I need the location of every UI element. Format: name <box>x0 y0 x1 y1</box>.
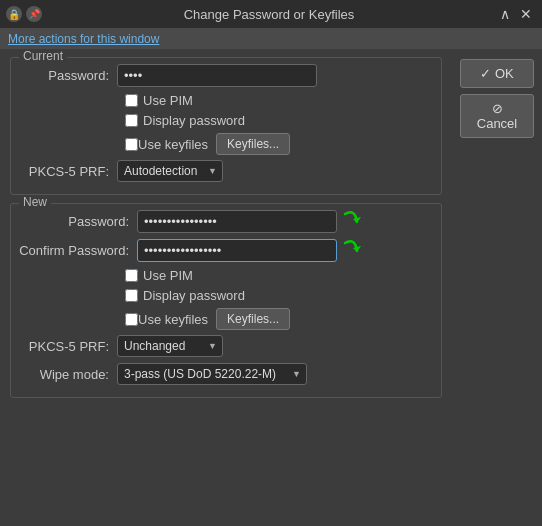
new-use-keyfiles-label: Use keyfiles <box>138 312 208 327</box>
current-password-label: Password: <box>17 68 117 83</box>
new-prf-row: PKCS-5 PRF: Unchanged Autodetection SHA-… <box>17 335 435 357</box>
new-password-input-wrapper <box>137 210 337 233</box>
confirm-password-row: Confirm Password: <box>17 239 435 262</box>
app-icon: 🔒 <box>6 6 22 22</box>
more-actions-bar: More actions for this window <box>0 28 542 49</box>
current-use-pim-row: Use PIM <box>125 93 435 108</box>
more-actions-link[interactable]: More actions for this window <box>8 32 159 46</box>
confirm-password-checkmark <box>341 235 369 263</box>
current-password-row: Password: <box>17 64 435 87</box>
new-password-checkmark <box>341 206 369 234</box>
current-use-keyfiles-label: Use keyfiles <box>138 137 208 152</box>
titlebar: 🔒 📌 Change Password or Keyfiles ∧ ✕ <box>0 0 542 28</box>
dialog-title: Change Password or Keyfiles <box>48 7 490 22</box>
current-section-legend: Current <box>19 49 67 63</box>
new-prf-label: PKCS-5 PRF: <box>17 339 117 354</box>
wipe-mode-select-wrapper: None 1-pass 3-pass (US DoD 5220.22-M) 7-… <box>117 363 307 385</box>
current-section-content: Password: Use PIM Display password Use k… <box>17 60 435 182</box>
new-keyfiles-button[interactable]: Keyfiles... <box>216 308 290 330</box>
new-password-label: Password: <box>17 214 137 229</box>
current-use-pim-checkbox[interactable] <box>125 94 138 107</box>
current-keyfiles-button[interactable]: Keyfiles... <box>216 133 290 155</box>
new-password-input[interactable] <box>137 210 337 233</box>
new-use-pim-row: Use PIM <box>125 268 435 283</box>
new-display-password-row: Display password <box>125 288 435 303</box>
current-use-keyfiles-checkbox[interactable] <box>125 138 138 151</box>
buttons-panel: ✓ OK ⊘ Cancel <box>452 49 542 526</box>
confirm-password-label: Confirm Password: <box>17 243 137 258</box>
wipe-mode-row: Wipe mode: None 1-pass 3-pass (US DoD 52… <box>17 363 435 385</box>
new-use-keyfiles-checkbox[interactable] <box>125 313 138 326</box>
current-password-input[interactable] <box>117 64 317 87</box>
current-prf-label: PKCS-5 PRF: <box>17 164 117 179</box>
current-display-password-checkbox[interactable] <box>125 114 138 127</box>
new-password-row: Password: <box>17 210 435 233</box>
new-section-content: Password: Confirm Password: <box>17 206 435 385</box>
svg-marker-1 <box>353 246 361 252</box>
window-controls[interactable]: ∧ ✕ <box>496 6 536 22</box>
svg-marker-0 <box>353 217 361 223</box>
new-use-pim-label: Use PIM <box>143 268 193 283</box>
current-section: Current Password: Use PIM Display passwo… <box>10 57 442 195</box>
confirm-password-input[interactable] <box>137 239 337 262</box>
confirm-password-input-wrapper <box>137 239 337 262</box>
new-prf-select[interactable]: Unchanged Autodetection SHA-512 <box>117 335 223 357</box>
new-section: New Password: Confirm Password: <box>10 203 442 398</box>
current-display-password-row: Display password <box>125 113 435 128</box>
current-keyfiles-row: Use keyfiles Keyfiles... <box>125 133 435 155</box>
titlebar-app-icons: 🔒 📌 <box>6 6 42 22</box>
wipe-mode-label: Wipe mode: <box>17 367 117 382</box>
close-button[interactable]: ✕ <box>516 6 536 22</box>
current-prf-select-wrapper: Autodetection SHA-512 SHA-256 <box>117 160 223 182</box>
new-use-pim-checkbox[interactable] <box>125 269 138 282</box>
new-prf-select-wrapper: Unchanged Autodetection SHA-512 <box>117 335 223 357</box>
current-prf-select[interactable]: Autodetection SHA-512 SHA-256 <box>117 160 223 182</box>
dialog-body: Current Password: Use PIM Display passwo… <box>0 49 452 526</box>
new-display-password-label: Display password <box>143 288 245 303</box>
pin-icon: 📌 <box>26 6 42 22</box>
new-display-password-checkbox[interactable] <box>125 289 138 302</box>
cancel-button[interactable]: ⊘ Cancel <box>460 94 534 138</box>
current-use-pim-label: Use PIM <box>143 93 193 108</box>
new-keyfiles-row: Use keyfiles Keyfiles... <box>125 308 435 330</box>
current-display-password-label: Display password <box>143 113 245 128</box>
wipe-mode-select[interactable]: None 1-pass 3-pass (US DoD 5220.22-M) 7-… <box>117 363 307 385</box>
minimize-button[interactable]: ∧ <box>496 6 514 22</box>
ok-button[interactable]: ✓ OK <box>460 59 534 88</box>
current-prf-row: PKCS-5 PRF: Autodetection SHA-512 SHA-25… <box>17 160 435 182</box>
new-section-legend: New <box>19 195 51 209</box>
main-content: Current Password: Use PIM Display passwo… <box>0 49 542 526</box>
